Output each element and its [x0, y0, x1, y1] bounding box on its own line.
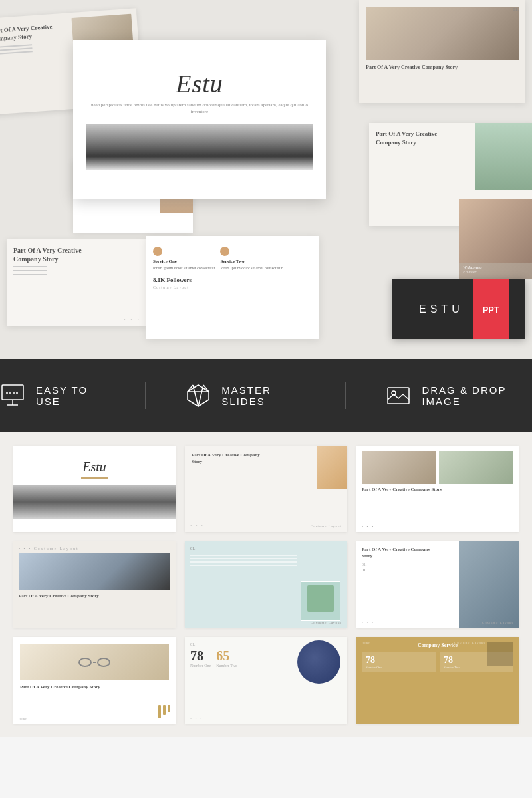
- grid-slide-r2c1: • • • Costume Layout Part Of A Very Crea…: [13, 541, 176, 628]
- person-name: Widianata Founder: [463, 265, 482, 274]
- grid-r1c1-line: [81, 477, 108, 479]
- grid-r2c2-footer: Costume Layout: [311, 621, 342, 624]
- grid-slide-r3c1: Part Of A Very Creative Company Story fo…: [13, 637, 176, 724]
- grid-r2c2-plant: [301, 581, 340, 621]
- grid-r1c3-img2: [439, 451, 513, 484]
- svg-rect-0: [2, 385, 23, 400]
- svg-rect-10: [388, 388, 409, 404]
- grid-r3c1-text: Part Of A Very Creative Company Story: [20, 684, 169, 691]
- lens-left: [78, 658, 92, 667]
- feature-easy-to-use: EASY TO USE: [0, 381, 105, 410]
- grid-r2c1-image: [19, 553, 170, 590]
- drag-drop-label: DRAG & DROP IMAGE: [422, 384, 532, 407]
- slide-person: Widianata Founder: [459, 200, 532, 279]
- grid-slide-r1c2: Part Of A Very Creative Company Story • …: [185, 446, 347, 532]
- slide-tr-text: Part Of A Very Creative Company Story: [366, 64, 519, 71]
- blueberry-shape: [297, 640, 340, 684]
- grid-r1c2-footer: Costume Layout: [311, 525, 342, 528]
- grid-r3c1-image: [20, 644, 169, 680]
- feature-drag-drop: DRAG & DROP IMAGE: [386, 381, 532, 410]
- top-collage: Estu need perspiciatis unde omnis iste n…: [0, 0, 532, 359]
- slide-tr-num: 01.: [513, 7, 519, 12]
- person-photo: [459, 200, 532, 263]
- grid-r3c2-image: [297, 640, 344, 684]
- service-items: Service One lorem ipsum dolor sit amet c…: [153, 247, 313, 271]
- slide-bl-lines: [13, 266, 140, 275]
- grid-r1c2-text: Part Of A Very Creative Company Story: [192, 452, 265, 466]
- grid-r3c3-layout: Costume Layout: [454, 641, 485, 644]
- grid-r1c3-lines: [362, 495, 513, 499]
- presentation-icon: [0, 381, 25, 410]
- brand-badge: ESTU PPT: [392, 279, 525, 339]
- slide-tr-image: [366, 7, 519, 60]
- main-slide-title: Estu: [176, 69, 223, 98]
- grid-r3c3-image: [487, 642, 513, 666]
- grid-r2c3-dots: • • •: [362, 620, 374, 624]
- grid-r1c3-dots: • • •: [362, 525, 374, 529]
- grid-r1c3-images: [362, 451, 513, 484]
- service-title-two: Service Two: [220, 259, 282, 265]
- master-slides-label: MASTER SLIDES: [221, 384, 305, 407]
- pin-1: [158, 705, 161, 718]
- grid-r2c2-lines: [190, 555, 342, 566]
- stat-one: 78 Number One: [190, 649, 211, 668]
- bridge: [93, 662, 96, 663]
- grid-r1c2-image: [317, 446, 347, 489]
- image-icon: [386, 381, 411, 410]
- main-slide: Estu need perspiciatis unde omnis iste n…: [73, 40, 326, 200]
- grid-r2c3-image: [459, 541, 519, 628]
- grid-r2c1-text: Part Of A Very Creative Company Story: [19, 593, 170, 600]
- lens-right: [97, 658, 110, 667]
- service-desc-one: lorem ipsum dolor sit amet consectetur: [153, 265, 215, 271]
- grid-slide-r2c3: Part Of A Very Creative Company Story 01…: [356, 541, 519, 628]
- service-title-one: Service One: [153, 259, 215, 265]
- grid-slide-r3c2: 01. 78 Number One 65 Number Two • • •: [185, 637, 347, 724]
- grid-title-estu: Estu: [82, 460, 106, 475]
- grid-r1c3-img1: [362, 451, 436, 484]
- pin-3: [168, 705, 170, 712]
- brand-badge-name: ESTU: [409, 303, 473, 315]
- grid-slide-r2c2: 01. Costume Layout: [185, 541, 347, 628]
- feature-master-slides: MASTER SLIDES: [186, 381, 305, 410]
- slide-bl-dots: • • •: [124, 317, 141, 322]
- grid-r2c3-text: Part Of A Very Creative Company Story: [362, 547, 438, 560]
- grid-r3c1-footer: footer: [19, 717, 27, 720]
- grid-r1c2-dots: • • •: [190, 523, 204, 528]
- service-icon-one: [153, 247, 162, 256]
- grid-r1c1-mountain: [13, 485, 176, 519]
- grid-stat-one: 78 Service One: [362, 652, 436, 672]
- slide-mr-text: Part Of A Very Creative Company Story: [376, 130, 462, 146]
- service-item-one: Service One lorem ipsum dolor sit amet c…: [153, 247, 215, 271]
- plant-shape: [307, 585, 334, 612]
- service-icon-two: [220, 247, 229, 256]
- grid-r2c1-num: • • • Costume Layout: [19, 547, 170, 551]
- glasses-shape: [20, 644, 169, 680]
- main-slide-subtitle: need perspiciatis unde omnis iste natus …: [86, 102, 313, 116]
- features-banner: EASY TO USE MASTER SLIDES DRAG & DROP IM…: [0, 359, 532, 432]
- brand-badge-type: PPT: [473, 279, 509, 339]
- grid-r2c3-footer: Costume Layout: [482, 621, 513, 624]
- divider-1: [145, 382, 146, 409]
- grid-r1c3-text: Part Of A Very Creative Company Story: [362, 487, 513, 493]
- main-slide-mountain-img: [86, 124, 313, 170]
- service-desc-two: lorem ipsum dolor sit amet consectetur: [220, 265, 282, 271]
- divider-2: [345, 382, 346, 409]
- service-followers: 8.1K Followers: [153, 277, 313, 283]
- slide-mr-image: [475, 123, 532, 190]
- service-item-two: Service Two lorem ipsum dolor sit amet c…: [220, 247, 282, 271]
- slide-top-right: 01. Part Of A Very Creative Company Stor…: [359, 0, 525, 103]
- stat-two: 65 Number Two: [216, 649, 237, 668]
- grid-r2c2-num: 01.: [190, 547, 342, 551]
- diamond-icon: [186, 381, 211, 410]
- grid-slide-r1c1: Estu: [13, 446, 176, 532]
- grid-r3c1-pins: [158, 705, 170, 718]
- grid-slide-r3c3: footer Costume Layout Company Service 78…: [356, 637, 519, 724]
- slide-bl-text: Part Of A Very Creative Company Story: [13, 246, 86, 263]
- pin-2: [163, 705, 166, 715]
- easy-to-use-label: EASY TO USE: [36, 384, 106, 407]
- slide-tl-text: Part Of A Very Creative Company Story: [0, 23, 59, 43]
- grid-r3c3-num: footer: [362, 641, 370, 644]
- grid-slide-r1c3: Part Of A Very Creative Company Story • …: [356, 446, 519, 532]
- slide-service: Service One lorem ipsum dolor sit amet c…: [146, 236, 319, 339]
- grid-r3c2-dots: • • •: [190, 716, 203, 720]
